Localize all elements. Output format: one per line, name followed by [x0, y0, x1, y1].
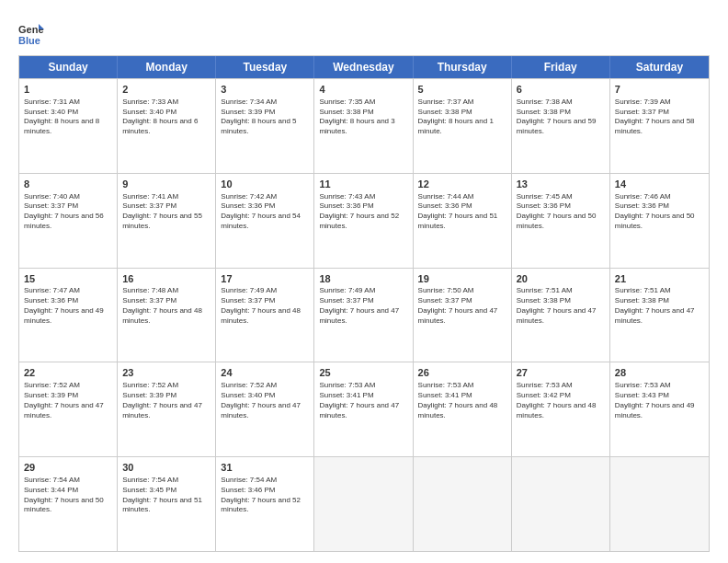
- day-info: Sunrise: 7:41 AM Sunset: 3:37 PM Dayligh…: [122, 192, 210, 232]
- calendar-body: 1Sunrise: 7:31 AM Sunset: 3:40 PM Daylig…: [19, 78, 709, 551]
- day-info: Sunrise: 7:33 AM Sunset: 3:40 PM Dayligh…: [122, 98, 210, 137]
- day-info: Sunrise: 7:52 AM Sunset: 3:40 PM Dayligh…: [221, 381, 309, 420]
- day-info: Sunrise: 7:45 AM Sunset: 3:36 PM Dayligh…: [517, 192, 605, 232]
- day-info: Sunrise: 7:53 AM Sunset: 3:42 PM Dayligh…: [517, 381, 605, 420]
- day-info: Sunrise: 7:52 AM Sunset: 3:39 PM Dayligh…: [122, 381, 210, 420]
- calendar-header-cell: Tuesday: [216, 56, 314, 78]
- page: General Blue SundayMondayTuesdayWednesda…: [0, 0, 728, 563]
- day-number: 21: [615, 272, 704, 286]
- calendar: SundayMondayTuesdayWednesdayThursdayFrid…: [18, 55, 710, 552]
- calendar-week: 15Sunrise: 7:47 AM Sunset: 3:36 PM Dayli…: [19, 268, 709, 362]
- calendar-cell: 5Sunrise: 7:37 AM Sunset: 3:38 PM Daylig…: [414, 79, 512, 173]
- day-info: Sunrise: 7:38 AM Sunset: 3:38 PM Dayligh…: [517, 98, 605, 137]
- day-number: 3: [221, 83, 309, 97]
- day-number: 22: [24, 366, 112, 380]
- calendar-cell-empty: [610, 457, 709, 551]
- calendar-week: 29Sunrise: 7:54 AM Sunset: 3:44 PM Dayli…: [19, 456, 709, 551]
- day-info: Sunrise: 7:46 AM Sunset: 3:36 PM Dayligh…: [615, 192, 704, 232]
- calendar-cell-empty: [512, 457, 610, 551]
- calendar-cell: 15Sunrise: 7:47 AM Sunset: 3:36 PM Dayli…: [19, 269, 118, 362]
- calendar-cell: 3Sunrise: 7:34 AM Sunset: 3:39 PM Daylig…: [216, 79, 314, 173]
- day-info: Sunrise: 7:31 AM Sunset: 3:40 PM Dayligh…: [24, 98, 112, 137]
- calendar-cell: 18Sunrise: 7:49 AM Sunset: 3:37 PM Dayli…: [314, 269, 413, 362]
- day-info: Sunrise: 7:37 AM Sunset: 3:38 PM Dayligh…: [418, 98, 506, 137]
- calendar-cell: 9Sunrise: 7:41 AM Sunset: 3:37 PM Daylig…: [118, 174, 216, 268]
- calendar-week: 8Sunrise: 7:40 AM Sunset: 3:37 PM Daylig…: [19, 173, 709, 268]
- day-info: Sunrise: 7:42 AM Sunset: 3:36 PM Dayligh…: [221, 192, 309, 232]
- day-number: 11: [319, 178, 407, 191]
- calendar-cell: 20Sunrise: 7:51 AM Sunset: 3:38 PM Dayli…: [512, 269, 610, 362]
- day-info: Sunrise: 7:35 AM Sunset: 3:38 PM Dayligh…: [319, 98, 407, 137]
- calendar-header-cell: Friday: [512, 56, 610, 78]
- day-info: Sunrise: 7:50 AM Sunset: 3:37 PM Dayligh…: [418, 286, 506, 326]
- day-number: 4: [319, 83, 407, 97]
- calendar-cell: 14Sunrise: 7:46 AM Sunset: 3:36 PM Dayli…: [610, 174, 709, 268]
- calendar-cell: 8Sunrise: 7:40 AM Sunset: 3:37 PM Daylig…: [19, 174, 118, 268]
- day-info: Sunrise: 7:43 AM Sunset: 3:36 PM Dayligh…: [319, 192, 407, 232]
- day-number: 9: [122, 178, 210, 191]
- day-number: 20: [517, 272, 605, 286]
- calendar-cell: 10Sunrise: 7:42 AM Sunset: 3:36 PM Dayli…: [216, 174, 314, 268]
- day-info: Sunrise: 7:53 AM Sunset: 3:41 PM Dayligh…: [418, 381, 506, 420]
- calendar-cell: 23Sunrise: 7:52 AM Sunset: 3:39 PM Dayli…: [118, 362, 216, 456]
- day-number: 6: [517, 83, 605, 97]
- day-number: 28: [615, 366, 704, 380]
- day-number: 30: [122, 461, 210, 475]
- day-info: Sunrise: 7:40 AM Sunset: 3:37 PM Dayligh…: [24, 192, 112, 232]
- calendar-header-cell: Saturday: [610, 56, 709, 78]
- calendar-cell: 21Sunrise: 7:51 AM Sunset: 3:38 PM Dayli…: [610, 269, 709, 362]
- calendar-cell: 22Sunrise: 7:52 AM Sunset: 3:39 PM Dayli…: [19, 362, 118, 456]
- calendar-cell: 6Sunrise: 7:38 AM Sunset: 3:38 PM Daylig…: [512, 79, 610, 173]
- day-number: 23: [122, 366, 210, 380]
- day-number: 19: [418, 272, 506, 286]
- day-info: Sunrise: 7:54 AM Sunset: 3:44 PM Dayligh…: [24, 476, 112, 515]
- calendar-cell: 31Sunrise: 7:54 AM Sunset: 3:46 PM Dayli…: [216, 457, 314, 551]
- day-number: 25: [319, 366, 407, 380]
- day-number: 2: [122, 83, 210, 97]
- calendar-header-cell: Thursday: [414, 56, 512, 78]
- calendar-header-cell: Wednesday: [314, 56, 413, 78]
- logo: General Blue: [18, 20, 48, 46]
- day-number: 10: [221, 178, 309, 191]
- day-info: Sunrise: 7:34 AM Sunset: 3:39 PM Dayligh…: [221, 98, 309, 137]
- day-number: 27: [517, 366, 605, 380]
- calendar-cell: 19Sunrise: 7:50 AM Sunset: 3:37 PM Dayli…: [414, 269, 512, 362]
- svg-text:Blue: Blue: [18, 35, 40, 46]
- day-number: 8: [24, 178, 112, 191]
- calendar-header: SundayMondayTuesdayWednesdayThursdayFrid…: [19, 56, 709, 78]
- calendar-cell: 24Sunrise: 7:52 AM Sunset: 3:40 PM Dayli…: [216, 362, 314, 456]
- day-info: Sunrise: 7:53 AM Sunset: 3:41 PM Dayligh…: [319, 381, 407, 420]
- day-number: 7: [615, 83, 704, 97]
- day-number: 29: [24, 461, 112, 475]
- calendar-cell: 16Sunrise: 7:48 AM Sunset: 3:37 PM Dayli…: [118, 269, 216, 362]
- day-number: 18: [319, 272, 407, 286]
- calendar-cell: 26Sunrise: 7:53 AM Sunset: 3:41 PM Dayli…: [414, 362, 512, 456]
- calendar-cell: 13Sunrise: 7:45 AM Sunset: 3:36 PM Dayli…: [512, 174, 610, 268]
- header: General Blue: [18, 17, 710, 46]
- day-info: Sunrise: 7:53 AM Sunset: 3:43 PM Dayligh…: [615, 381, 704, 420]
- calendar-cell: 12Sunrise: 7:44 AM Sunset: 3:36 PM Dayli…: [414, 174, 512, 268]
- calendar-cell: 29Sunrise: 7:54 AM Sunset: 3:44 PM Dayli…: [19, 457, 118, 551]
- calendar-cell: 25Sunrise: 7:53 AM Sunset: 3:41 PM Dayli…: [314, 362, 413, 456]
- day-number: 26: [418, 366, 506, 380]
- day-info: Sunrise: 7:51 AM Sunset: 3:38 PM Dayligh…: [615, 286, 704, 326]
- calendar-header-cell: Monday: [118, 56, 216, 78]
- calendar-cell: 2Sunrise: 7:33 AM Sunset: 3:40 PM Daylig…: [118, 79, 216, 173]
- day-info: Sunrise: 7:52 AM Sunset: 3:39 PM Dayligh…: [24, 381, 112, 420]
- calendar-cell: 7Sunrise: 7:39 AM Sunset: 3:37 PM Daylig…: [610, 79, 709, 173]
- calendar-cell: 1Sunrise: 7:31 AM Sunset: 3:40 PM Daylig…: [19, 79, 118, 173]
- calendar-week: 1Sunrise: 7:31 AM Sunset: 3:40 PM Daylig…: [19, 78, 709, 173]
- day-number: 14: [615, 178, 704, 191]
- logo-icon: General Blue: [18, 20, 44, 46]
- day-number: 1: [24, 83, 112, 97]
- day-info: Sunrise: 7:49 AM Sunset: 3:37 PM Dayligh…: [319, 286, 407, 326]
- day-number: 17: [221, 272, 309, 286]
- calendar-cell: 30Sunrise: 7:54 AM Sunset: 3:45 PM Dayli…: [118, 457, 216, 551]
- day-info: Sunrise: 7:44 AM Sunset: 3:36 PM Dayligh…: [418, 192, 506, 232]
- day-number: 12: [418, 178, 506, 191]
- calendar-cell-empty: [314, 457, 413, 551]
- day-number: 31: [221, 461, 309, 475]
- day-info: Sunrise: 7:39 AM Sunset: 3:37 PM Dayligh…: [615, 98, 704, 137]
- calendar-cell: 4Sunrise: 7:35 AM Sunset: 3:38 PM Daylig…: [314, 79, 413, 173]
- day-number: 16: [122, 272, 210, 286]
